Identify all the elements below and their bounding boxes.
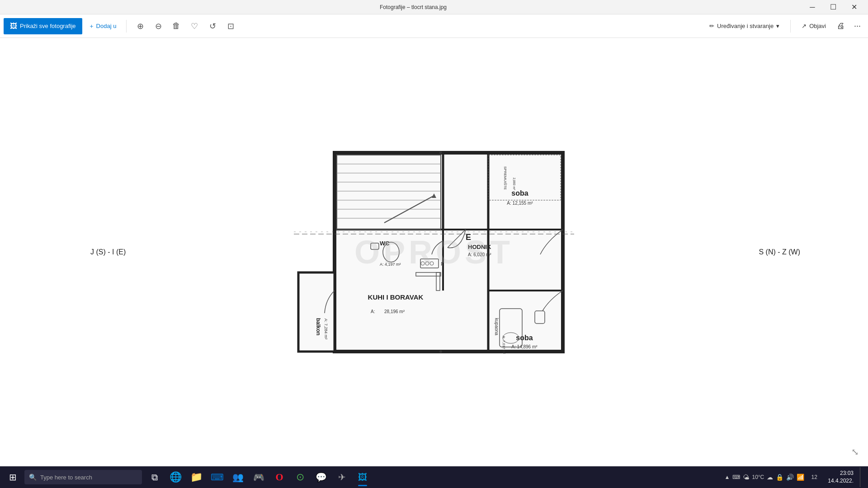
add-icon: ＋ bbox=[89, 22, 94, 30]
main-content: J (S) - I (E) S (N) - Z (W) OPROST bbox=[0, 38, 868, 466]
svg-point-54 bbox=[439, 350, 442, 353]
opera-icon: O bbox=[275, 471, 283, 483]
chevron-down-icon: ▾ bbox=[776, 23, 779, 29]
taskbar-app-misc1[interactable]: ✈ bbox=[332, 467, 352, 487]
clock-time: 23:03 bbox=[828, 469, 854, 477]
task-view-icon: ⧉ bbox=[151, 472, 158, 483]
minimize-button[interactable]: ─ bbox=[802, 0, 823, 14]
delete-icon: 🗑 bbox=[172, 21, 180, 31]
language-indicator[interactable]: 12 bbox=[807, 474, 821, 480]
chrome-icon: ⊙ bbox=[296, 471, 304, 483]
rotate-icon: ↺ bbox=[209, 21, 216, 31]
gallery-label: Prikaži sve fotografije bbox=[20, 23, 76, 29]
share-button[interactable]: ↗ Objavi bbox=[796, 18, 831, 34]
taskbar-app-edge[interactable]: 🌐 bbox=[165, 467, 185, 487]
start-button[interactable]: ⊞ bbox=[2, 466, 24, 488]
task-view-button[interactable]: ⧉ bbox=[145, 467, 165, 487]
steam-icon: 🎮 bbox=[253, 472, 264, 483]
print-button[interactable]: 🖨 bbox=[833, 18, 849, 34]
taskbar-apps: ⧉ 🌐 📁 ⌨ 👥 🎮 O ⊙ 💬 ✈ 🖼 bbox=[145, 467, 373, 487]
keyboard-icon: ⌨ bbox=[732, 474, 740, 480]
gallery-icon: 🖼 bbox=[10, 22, 17, 30]
maximize-button[interactable]: ☐ bbox=[823, 0, 844, 14]
svg-rect-6 bbox=[298, 272, 335, 352]
share-label: Objavi bbox=[809, 23, 826, 29]
delete-button[interactable]: 🗑 bbox=[168, 18, 184, 34]
compass-left: J (S) - I (E) bbox=[90, 248, 126, 256]
floorplan-container: OPROST bbox=[294, 150, 574, 354]
more-icon: ··· bbox=[854, 21, 861, 31]
taskbar-app-opera[interactable]: O bbox=[269, 467, 289, 487]
search-placeholder: Type here to search bbox=[40, 474, 92, 481]
edge-icon: 🌐 bbox=[170, 471, 182, 483]
temperature: 10°C bbox=[752, 474, 764, 480]
svg-text:KUHI I BORAVAK: KUHI I BORAVAK bbox=[368, 293, 424, 301]
resize-icon[interactable]: ⤡ bbox=[851, 446, 859, 457]
network-icon[interactable]: 📶 bbox=[797, 474, 804, 481]
svg-text:A: 7,284 m²: A: 7,284 m² bbox=[324, 319, 328, 340]
explorer-icon: 📁 bbox=[190, 471, 203, 483]
svg-text:soba: soba bbox=[516, 334, 533, 342]
misc1-icon: ✈ bbox=[338, 472, 346, 483]
svg-text:A: 12,155 m²: A: 12,155 m² bbox=[507, 201, 533, 206]
more-button[interactable]: ··· bbox=[850, 18, 864, 34]
heart-icon: ♡ bbox=[191, 21, 198, 31]
svg-text:soba: soba bbox=[511, 189, 528, 197]
crop-icon: ⊡ bbox=[227, 21, 234, 31]
compass-right: S (N) - Z (W) bbox=[759, 248, 800, 256]
heart-button[interactable]: ♡ bbox=[186, 18, 203, 34]
taskbar-search[interactable]: 🔍 Type here to search bbox=[24, 470, 142, 484]
start-icon: ⊞ bbox=[9, 472, 17, 483]
system-clock[interactable]: 23:03 14.4.2022. bbox=[824, 469, 857, 485]
svg-text:A: 6,020 m²: A: 6,020 m² bbox=[468, 252, 491, 257]
onedrive-icon: ☁ bbox=[767, 474, 773, 481]
zoom-in-button[interactable]: ⊕ bbox=[132, 18, 148, 34]
edit-icon: ✏ bbox=[709, 23, 714, 29]
svg-text:A: 4,197 m²: A: 4,197 m² bbox=[380, 262, 401, 267]
show-desktop-button[interactable] bbox=[860, 467, 863, 487]
cloud-icon: 🌤 bbox=[743, 474, 749, 481]
toolbar-right: ✏ Uređivanje i stvaranje ▾ ↗ Objavi 🖨 ··… bbox=[704, 18, 864, 34]
search-icon: 🔍 bbox=[29, 474, 37, 481]
separator-2 bbox=[790, 20, 791, 33]
taskbar-app-photos[interactable]: 🖼 bbox=[353, 467, 373, 487]
dev-icon: ⌨ bbox=[211, 472, 224, 483]
gallery-button[interactable]: 🖼 Prikaži sve fotografije bbox=[4, 18, 82, 34]
speaker-icon[interactable]: 🔊 bbox=[786, 474, 794, 481]
svg-text:HODNIK: HODNIK bbox=[468, 244, 491, 250]
share-icon: ↗ bbox=[802, 23, 807, 29]
lang-text: 12 bbox=[811, 474, 817, 480]
teams-icon: 👥 bbox=[232, 472, 244, 483]
tray-arrow-icon[interactable]: ▲ bbox=[725, 474, 730, 480]
add-button[interactable]: ＋ Dodaj u bbox=[84, 18, 121, 34]
print-icon: 🖨 bbox=[837, 21, 845, 31]
svg-point-53 bbox=[439, 151, 442, 154]
zoom-out-icon: ⊖ bbox=[155, 21, 162, 31]
title-bar: Fotografije – tlocrt stana.jpg ─ ☐ ✕ bbox=[0, 0, 868, 14]
window-title: Fotografije – tlocrt stana.jpg bbox=[24, 4, 802, 10]
svg-text:2,860 m²: 2,860 m² bbox=[513, 178, 516, 190]
svg-text:kupaona: kupaona bbox=[494, 318, 499, 336]
svg-text:balkon: balkon bbox=[315, 318, 321, 336]
svg-text:SPREMUIŠTE: SPREMUIŠTE bbox=[503, 166, 507, 190]
taskbar-app-steam[interactable]: 🎮 bbox=[249, 467, 269, 487]
window-controls: ─ ☐ ✕ bbox=[802, 0, 864, 14]
rotate-button[interactable]: ↺ bbox=[204, 18, 221, 34]
zoom-out-button[interactable]: ⊖ bbox=[150, 18, 166, 34]
taskbar-app-whatsapp[interactable]: 💬 bbox=[311, 467, 331, 487]
close-button[interactable]: ✕ bbox=[844, 0, 864, 14]
edit-label: Uređivanje i stvaranje bbox=[717, 23, 774, 29]
svg-text:A:: A: bbox=[371, 309, 375, 314]
taskbar-app-explorer[interactable]: 📁 bbox=[186, 467, 206, 487]
crop-button[interactable]: ⊡ bbox=[222, 18, 239, 34]
taskbar-app-teams[interactable]: 👥 bbox=[228, 467, 248, 487]
whatsapp-icon: 💬 bbox=[316, 472, 327, 483]
taskbar-app-dev[interactable]: ⌨ bbox=[207, 467, 227, 487]
svg-text:28,196 m²: 28,196 m² bbox=[384, 309, 405, 314]
taskbar: ⊞ 🔍 Type here to search ⧉ 🌐 📁 ⌨ 👥 🎮 O ⊙ bbox=[0, 466, 868, 488]
zoom-in-icon: ⊕ bbox=[137, 21, 144, 31]
taskbar-app-chrome[interactable]: ⊙ bbox=[290, 467, 310, 487]
add-label: Dodaj u bbox=[96, 23, 117, 29]
photos-icon: 🖼 bbox=[358, 472, 367, 483]
edit-button[interactable]: ✏ Uređivanje i stvaranje ▾ bbox=[704, 18, 785, 34]
